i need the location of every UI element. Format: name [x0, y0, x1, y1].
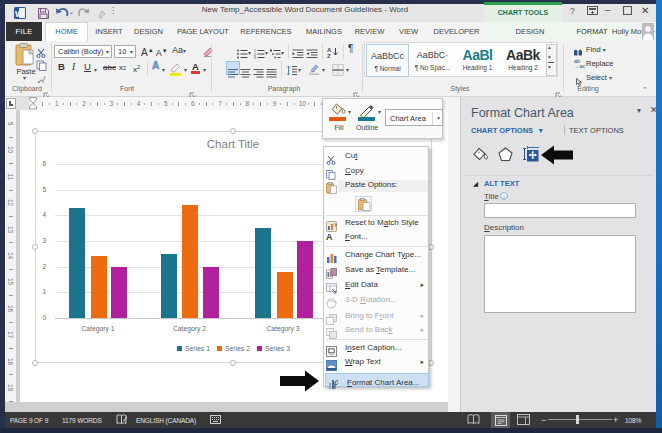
- svg-text:Z: Z: [327, 53, 331, 59]
- svg-text:3: 3: [254, 56, 256, 59]
- svg-text:W: W: [15, 9, 24, 19]
